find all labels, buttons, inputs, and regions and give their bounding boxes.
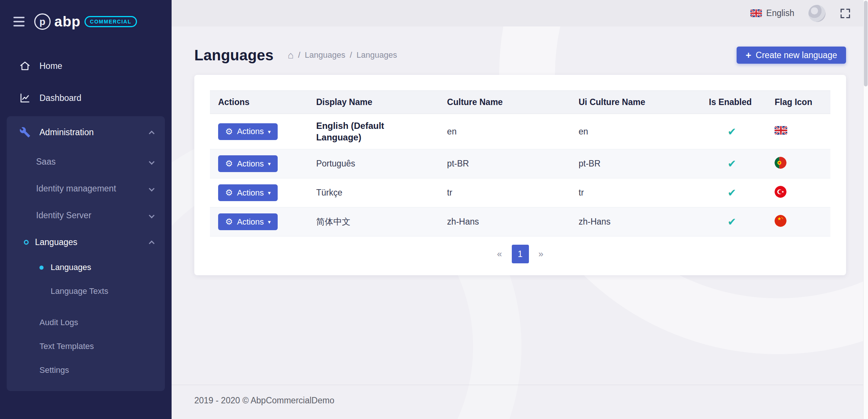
sidebar-item-identity-server[interactable]: Identity Server (7, 202, 165, 229)
avatar[interactable] (808, 5, 826, 22)
active-dot-icon (39, 266, 44, 270)
sidebar-item-label: Text Templates (39, 342, 94, 351)
caret-down-icon: ▾ (268, 190, 271, 196)
sidebar-item-languages[interactable]: Languages (7, 229, 165, 255)
check-icon: ✔ (709, 126, 736, 138)
sidebar-item-settings[interactable]: Settings (7, 358, 165, 382)
sidebar-nav: Home Dashboard Administration Saas (0, 50, 172, 391)
sidebar-item-label: Saas (36, 157, 55, 167)
main-area: English Languages ⌂ / Languages / Langua… (172, 0, 868, 419)
app-logo[interactable]: p abp COMMERCIAL (34, 13, 137, 30)
create-button-label: Create new language (756, 50, 837, 60)
language-label: English (766, 8, 794, 18)
wrench-icon (19, 126, 31, 139)
column-header-ui-culture-name: Ui Culture Name (571, 91, 701, 114)
page-title: Languages (194, 47, 274, 64)
sidebar-item-label: Identity Server (36, 210, 91, 220)
page-header: Languages ⌂ / Languages / Languages + Cr… (194, 47, 846, 64)
languages-table: Actions Display Name Culture Name Ui Cul… (210, 91, 830, 237)
ui-culture-name-cell: en (571, 114, 701, 149)
app-window: p abp COMMERCIAL Home Dashboard (0, 0, 868, 419)
row-actions-button[interactable]: ⚙ Actions ▾ (218, 155, 278, 172)
column-header-is-enabled: Is Enabled (701, 91, 767, 114)
display-name-cell: Português (308, 149, 439, 178)
home-icon (19, 60, 31, 72)
ui-culture-name-cell: tr (571, 178, 701, 207)
flag-gb-icon (750, 9, 762, 17)
breadcrumb-home-icon[interactable]: ⌂ (288, 50, 294, 60)
plus-icon: + (746, 50, 751, 60)
row-actions-button[interactable]: ⚙ Actions ▾ (218, 123, 278, 140)
breadcrumb-separator: / (350, 50, 352, 60)
scrollbar-thumb[interactable] (864, 1, 868, 86)
breadcrumb: ⌂ / Languages / Languages (288, 50, 397, 60)
sidebar-item-audit-logs[interactable]: Audit Logs (7, 311, 165, 334)
sidebar-item-label: Administration (39, 127, 94, 137)
column-header-culture-name: Culture Name (439, 91, 570, 114)
create-new-language-button[interactable]: + Create new language (737, 47, 846, 64)
column-header-flag-icon: Flag Icon (766, 91, 830, 114)
logo-text: abp (54, 14, 81, 30)
chevron-up-icon (149, 130, 155, 136)
logo-badge: COMMERCIAL (84, 16, 137, 27)
sidebar-item-label: Audit Logs (39, 318, 78, 327)
breadcrumb-item-languages[interactable]: Languages (305, 50, 345, 60)
hamburger-menu-icon[interactable] (13, 17, 25, 26)
display-name-cell: Türkçe (308, 178, 439, 207)
flag-tr-icon (775, 186, 786, 198)
row-actions-button[interactable]: ⚙ Actions ▾ (218, 213, 278, 230)
chevron-down-icon (149, 185, 155, 191)
content-area: Languages ⌂ / Languages / Languages + Cr… (172, 26, 868, 419)
sidebar-item-administration[interactable]: Administration (7, 116, 165, 148)
culture-name-cell: tr (439, 178, 570, 207)
chevron-up-icon (149, 240, 155, 246)
actions-button-label: Actions (237, 159, 264, 169)
chevron-down-icon (149, 212, 155, 218)
administration-menu-panel: Administration Saas Identity management … (7, 116, 165, 391)
pagination-next[interactable]: » (534, 249, 548, 259)
pagination-prev[interactable]: « (492, 249, 506, 259)
footer-copyright: 2019 - 2020 © AbpCommercialDemo (194, 396, 334, 405)
sidebar-item-label: Identity management (36, 184, 116, 194)
table-row: ⚙ Actions ▾ Türkçe tr tr ✔ (210, 178, 830, 207)
row-actions-button[interactable]: ⚙ Actions ▾ (218, 184, 278, 201)
table-row: ⚙ Actions ▾ 简体中文 zh-Hans zh-Hans ✔ (210, 207, 830, 237)
check-icon: ✔ (709, 158, 736, 170)
ui-culture-name-cell: pt-BR (571, 149, 701, 178)
gear-icon: ⚙ (225, 218, 233, 226)
sidebar-item-label: Dashboard (39, 93, 82, 103)
breadcrumb-item-languages-2[interactable]: Languages (357, 50, 397, 60)
sidebar-item-text-templates[interactable]: Text Templates (7, 334, 165, 358)
caret-down-icon: ▾ (268, 161, 271, 166)
sidebar-item-label: Home (39, 61, 62, 71)
language-selector[interactable]: English (750, 8, 794, 18)
ui-culture-name-cell: zh-Hans (571, 207, 701, 237)
display-name-cell: 简体中文 (308, 207, 439, 237)
check-icon: ✔ (709, 187, 736, 199)
gear-icon: ⚙ (225, 127, 233, 136)
sidebar-item-label: Languages (51, 263, 91, 272)
check-icon: ✔ (709, 216, 736, 228)
chart-icon (19, 92, 31, 104)
culture-name-cell: en (439, 114, 570, 149)
scrollbar[interactable] (863, 0, 868, 419)
sidebar-header: p abp COMMERCIAL (0, 0, 172, 40)
culture-name-cell: zh-Hans (439, 207, 570, 237)
sidebar-item-language-texts[interactable]: Language Texts (7, 279, 165, 303)
sidebar-item-languages-sub[interactable]: Languages (7, 255, 165, 279)
gear-icon: ⚙ (225, 159, 233, 168)
flag-cn-icon (775, 215, 786, 227)
column-header-actions: Actions (210, 91, 308, 114)
pagination-page-1[interactable]: 1 (512, 245, 529, 263)
display-name-cell: English (Default Language) (316, 120, 409, 143)
sidebar-item-dashboard[interactable]: Dashboard (0, 82, 172, 114)
fullscreen-icon[interactable] (840, 8, 851, 19)
sidebar-item-home[interactable]: Home (0, 50, 172, 82)
breadcrumb-separator: / (298, 50, 300, 60)
sidebar-item-identity-management[interactable]: Identity management (7, 175, 165, 202)
actions-button-label: Actions (237, 127, 264, 136)
column-header-display-name: Display Name (308, 91, 439, 114)
gear-icon: ⚙ (225, 188, 233, 197)
footer: 2019 - 2020 © AbpCommercialDemo (172, 385, 868, 419)
sidebar-item-saas[interactable]: Saas (7, 148, 165, 175)
